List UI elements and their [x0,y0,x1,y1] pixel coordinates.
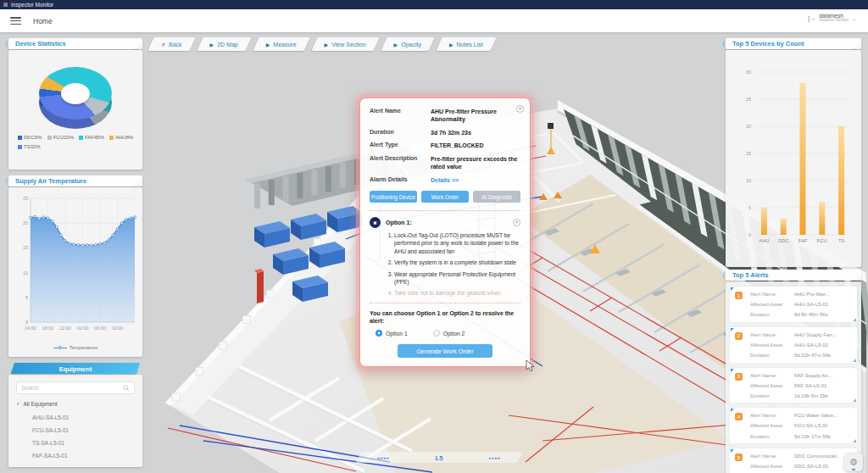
legend-item: FCU10% [47,135,74,140]
alert-card[interactable]: 1Alert NameAHU Pre-filter...Affected Ass… [730,287,857,322]
ai-robot-icon [370,217,381,228]
mouse-cursor [526,359,536,373]
alert-card[interactable]: 5Alert NameDDC Communicati...Affected As… [730,448,857,473]
legend-item: AHU8% [109,135,133,140]
svg-text:15: 15 [23,245,28,250]
donut-legend: DDC5%FCU10%FAF45%AHU8%TS32% [18,135,138,149]
floor-prev-arrows[interactable]: ◂◂◂◂ [377,455,389,460]
toolbar-button-measure[interactable]: ▶Measure [256,37,307,51]
svg-text:18:00: 18:00 [42,326,53,331]
alarm-details-label: Alarm Details [370,176,431,184]
supply-air-temperature-chart: 051015202514:0018:0022:0002:0006:0010:00 [8,193,142,345]
equipment-item[interactable]: TS-SA-L5-01 [16,433,135,446]
choose-option-text: You can choose Option 1 or Option 2 to r… [370,309,520,326]
user-menu[interactable]: [→ datamesh Inspector Monitor ⌄ [808,13,856,23]
modal-field-label: Alert Description [370,155,431,171]
svg-text:20: 20 [23,220,28,225]
alert-card[interactable]: 2Alert NameAHU Supply Fan...Affected Ass… [730,327,857,363]
floor-selector: ◂◂◂◂ ▸▸▸▸ L5 [359,452,520,463]
panel-top-alerts-header: Top 5 Alerts [726,270,861,281]
equipment-item[interactable]: FCU-SA-L5-01 [16,420,135,433]
tab-home[interactable]: Home [33,17,53,25]
device-statistics-donut-chart [39,57,112,131]
equipment-item[interactable]: AHU-SA-L5-01 [16,408,135,420]
modal-field-value: AHU Pre-filter Pressure Abnormality [431,108,520,124]
svg-text:FCU: FCU [817,238,827,243]
equipment-tree-root[interactable]: ▼ All Equipment [16,401,135,407]
option-title: Option 1: [386,220,412,225]
details-link[interactable]: Details >> [431,177,459,183]
toolbar-button-back[interactable]: ↺Back [151,37,192,51]
floor-label: L5 [436,454,443,462]
svg-text:0: 0 [748,232,751,237]
svg-text:0: 0 [25,320,28,325]
window-titlebar: Inspector Monitor [0,0,868,9]
flag-icon: ▶ [325,42,329,47]
top-devices-bar-chart: 051015202530AHUDDCFAFFCUTS [726,50,861,265]
chevron-down-icon: ⌄ [852,15,856,21]
svg-text:06:00: 06:00 [94,326,105,331]
modal-field-label: Alert Name [370,108,431,124]
svg-text:25: 25 [23,196,28,201]
logout-icon: [→ [808,15,815,21]
modal-field-value: 3d 7h 32m 23s [431,129,520,136]
alert-card[interactable]: 4Alert NameFCU Water Valve...Affected As… [730,408,857,443]
modal-close-icon[interactable]: ✕ [516,105,524,113]
search-icon [123,385,130,392]
ai-close-icon[interactable]: ✕ [513,219,520,226]
ai-diagnosis-button[interactable]: AI Diagnosis [473,191,520,203]
svg-text:25: 25 [746,97,751,102]
flag-icon: ▶ [449,42,453,47]
user-subtitle: Inspector Monitor [819,19,849,23]
settings-gear-button[interactable]: ⚙ [844,453,863,471]
caret-down-icon: ▼ [16,402,19,406]
panel-top-devices-header: Top 5 Devices by Count [726,38,861,49]
radio-option-1[interactable]: Option 1 [376,330,408,337]
svg-text:FAF: FAF [798,238,808,243]
alert-rank-badge: 1 [735,292,743,299]
modal-field-label: Duration [370,129,431,136]
floor-next-arrows[interactable]: ▸▸▸▸ [489,455,501,460]
svg-text:20: 20 [746,124,751,129]
equipment-search[interactable] [16,381,135,394]
panel-top-alerts: Top 5 Alerts 1Alert NameAHU Pre-filter..… [726,270,861,473]
alert-rank-badge: 2 [735,332,743,340]
back-arrow-icon: ↺ [161,42,165,47]
svg-text:15: 15 [746,151,751,156]
model-toolbar: ↺Back▶2D Map▶Measure▶View Section▶Opacit… [151,37,493,51]
toolbar-button-notes-list[interactable]: ▶Notes List [439,37,493,51]
work-order-button[interactable]: Work Order [421,191,469,203]
svg-text:02:00: 02:00 [77,326,88,331]
menubar: Home [→ datamesh Inspector Monitor ⌄ [0,9,868,32]
panel-equipment: Equipment ▼ All Equipment AHU-SA-L5-01FC… [8,363,142,467]
panel-supply-air-header: Supply Air Temperature [8,175,142,186]
equipment-item[interactable]: FAF-SA-L5-01 [16,446,135,459]
toolbar-button-opacity[interactable]: ▶Opacity [384,37,431,51]
svg-text:30: 30 [746,70,751,75]
svg-text:AHU: AHU [759,238,769,243]
alert-detail-modal: ✕ Alert NameAHU Pre-filter Pressure Abno… [359,97,531,367]
panel-supply-air-temperature: Supply Air Temperature 051015202514:0018… [8,175,142,357]
equipment-search-input[interactable] [21,385,123,391]
alert-rank-badge: 3 [735,373,743,381]
modal-field-value: FILTER_BLOCKED [431,142,520,149]
alert-rank-badge: 5 [735,454,743,461]
temperature-legend: Temperature [8,345,142,350]
svg-text:5: 5 [25,295,28,300]
toolbar-button-view-section[interactable]: ▶View Section [314,37,376,51]
svg-text:10: 10 [23,270,28,275]
flag-icon: ▶ [394,42,398,47]
modal-field-value: Pre-filter pressure exceeds the rated va… [431,155,520,171]
modal-field-label: Alert Type [370,142,431,149]
legend-item: FAF45% [79,135,104,140]
svg-text:10: 10 [746,178,751,183]
toolbar-button-2d-map[interactable]: ▶2D Map [200,37,248,51]
panel-device-statistics-header: Device Statistics [8,38,142,49]
hamburger-menu-icon[interactable] [10,17,21,25]
radio-option-2[interactable]: Option 2 [433,330,465,337]
positioning-device-button[interactable]: Positioning Device [370,191,417,203]
generate-work-order-button[interactable]: Generate Work Order [398,344,492,358]
alert-card[interactable]: 3Alert NameFAF Supply Air...Affected Ass… [730,368,857,403]
panel-top-devices: Top 5 Devices by Count 051015202530AHUDD… [726,38,861,267]
svg-text:22:00: 22:00 [59,326,70,331]
